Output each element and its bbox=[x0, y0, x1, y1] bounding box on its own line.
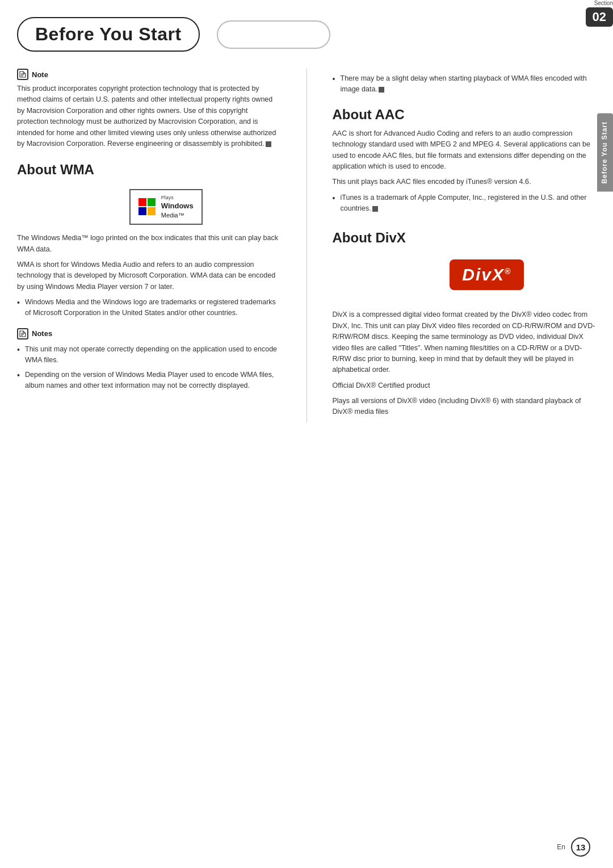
about-divx-heading: About DivX bbox=[333, 230, 597, 246]
sidebar-tab: Before You Start bbox=[597, 114, 613, 192]
notes-box: Notes This unit may not operate correctl… bbox=[17, 328, 281, 392]
aac-bullets: iTunes is a trademark of Apple Computer,… bbox=[333, 192, 597, 215]
column-divider bbox=[306, 69, 307, 422]
wm-plays-label: Plays bbox=[161, 195, 194, 202]
divx-logo-box: DivX® bbox=[450, 259, 524, 290]
aac-body1: AAC is short for Advanced Audio Coding a… bbox=[333, 128, 597, 173]
footer-lang: En bbox=[557, 843, 565, 851]
aac-bullet-1: iTunes is a trademark of Apple Computer,… bbox=[333, 192, 597, 215]
divx-reg-symbol: ® bbox=[505, 267, 511, 276]
wma-bullets: Windows Media and the Windows logo are t… bbox=[17, 297, 281, 319]
left-column: Note This product incorporates copyright… bbox=[17, 69, 287, 422]
note-box: Note This product incorporates copyright… bbox=[17, 69, 281, 149]
notes-label: Notes bbox=[32, 329, 52, 338]
stop-symbol-3 bbox=[372, 206, 378, 212]
about-wma-heading: About WMA bbox=[17, 162, 281, 178]
page-container: Section 02 Before You Start Before You S… bbox=[0, 0, 613, 868]
stop-symbol-1 bbox=[266, 141, 271, 147]
wm-windows-label: Windows bbox=[161, 202, 194, 211]
page-number: 13 bbox=[576, 842, 586, 852]
svg-rect-4 bbox=[148, 198, 156, 206]
wma-bullet-1: Windows Media and the Windows logo are t… bbox=[17, 297, 281, 319]
divx-logo-text: DivX® bbox=[462, 265, 511, 284]
svg-rect-3 bbox=[138, 198, 146, 206]
delay-bullets: There may be a slight delay when startin… bbox=[333, 73, 597, 95]
divx-certified2: Plays all versions of DivX® video (inclu… bbox=[333, 396, 597, 418]
note-header: Note bbox=[17, 69, 281, 80]
notes-bullet-2: Depending on the version of Windows Medi… bbox=[17, 370, 281, 392]
right-column: There may be a slight delay when startin… bbox=[327, 69, 597, 422]
svg-rect-5 bbox=[138, 207, 146, 215]
note-label: Note bbox=[32, 70, 48, 79]
notes-list: This unit may not operate correctly depe… bbox=[17, 344, 281, 392]
windows-media-logo-box: Plays Windows Media™ bbox=[129, 189, 203, 225]
title-pill: Before You Start bbox=[17, 17, 200, 52]
note-icon bbox=[17, 69, 28, 80]
divx-certified1: Official DivX® Certified product bbox=[333, 380, 597, 391]
wma-body2: WMA is short for Windows Media Audio and… bbox=[17, 259, 281, 292]
page-title: Before You Start bbox=[35, 24, 182, 45]
windows-media-text: Plays Windows Media™ bbox=[161, 195, 194, 219]
note-body-text: This product incorporates copyright prot… bbox=[17, 85, 276, 148]
divx-body: DivX is a compressed digital video forma… bbox=[333, 309, 597, 375]
stop-symbol-2 bbox=[379, 87, 384, 93]
wma-body1: The Windows Media™ logo printed on the b… bbox=[17, 233, 281, 255]
section-label: Section bbox=[586, 0, 613, 6]
delay-bullet: There may be a slight delay when startin… bbox=[333, 73, 597, 95]
svg-rect-6 bbox=[148, 207, 156, 215]
notes-header-row: Notes bbox=[17, 328, 281, 339]
aac-body2: This unit plays back AAC files encoded b… bbox=[333, 177, 597, 187]
page-footer: En 13 bbox=[0, 837, 613, 857]
notes-bullet-1: This unit may not operate correctly depe… bbox=[17, 344, 281, 366]
note-body: This product incorporates copyright prot… bbox=[17, 83, 281, 149]
wm-media-label: Media™ bbox=[161, 211, 194, 219]
about-aac-heading: About AAC bbox=[333, 107, 597, 123]
header-row: Before You Start bbox=[17, 17, 596, 52]
content-columns: Note This product incorporates copyright… bbox=[17, 69, 596, 422]
windows-flag-icon bbox=[138, 198, 157, 216]
header-right-pill bbox=[217, 20, 330, 49]
notes-icon bbox=[17, 328, 28, 339]
page-number-badge: 13 bbox=[571, 837, 590, 857]
